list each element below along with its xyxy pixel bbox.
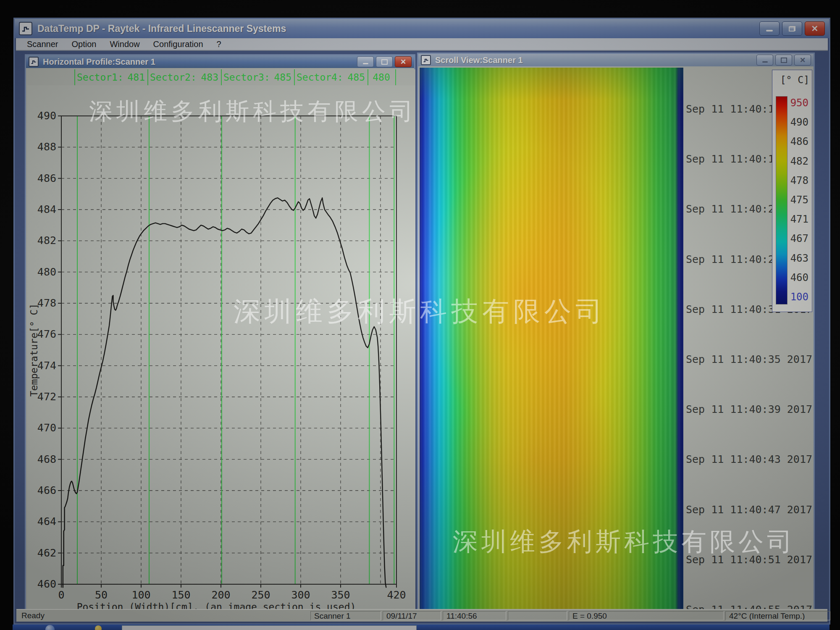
main-window: DataTemp DP - Raytek - Infrared Linescan… bbox=[13, 18, 830, 625]
scroll-titlebar[interactable]: Scroll View:Scanner 1 ✕ bbox=[418, 54, 814, 66]
sector-readout-4: Sector4:485 bbox=[297, 69, 365, 85]
status-emissivity: E = 0.950 bbox=[569, 611, 724, 620]
start-button-icon[interactable] bbox=[45, 625, 55, 630]
x-tick-label: 300 bbox=[291, 589, 310, 601]
menu-item-option[interactable]: Option bbox=[65, 39, 103, 49]
status-date: 09/11/17 bbox=[383, 611, 441, 620]
sector-separator bbox=[147, 69, 148, 85]
y-tick-label: 474 bbox=[37, 360, 56, 372]
sector-label: Sector2: bbox=[150, 72, 197, 83]
y-tick-label: 478 bbox=[37, 297, 56, 309]
profile-maximize-button[interactable] bbox=[376, 56, 393, 67]
x-tick-label: 350 bbox=[331, 589, 350, 601]
minimize-button[interactable] bbox=[759, 21, 780, 36]
sector-separator bbox=[395, 69, 396, 85]
maximize-icon bbox=[781, 58, 787, 63]
colorbar-tick-label: 950 bbox=[790, 97, 808, 109]
y-tick-label: 480 bbox=[37, 266, 56, 278]
sector-value: 485 bbox=[347, 72, 365, 83]
minimize-icon bbox=[363, 63, 368, 64]
sector-label: Sector1: bbox=[77, 72, 123, 83]
y-tick-label: 470 bbox=[37, 422, 56, 434]
minimize-icon bbox=[762, 61, 768, 63]
scan-timestamp: Sep 11 11:40:51 2017 bbox=[686, 554, 812, 566]
x-tick-label: 420 bbox=[387, 589, 406, 601]
x-tick-label: 250 bbox=[251, 589, 270, 601]
y-tick-label: 464 bbox=[37, 515, 56, 528]
sector-separator bbox=[221, 69, 222, 85]
profile-minimize-button[interactable] bbox=[357, 56, 374, 67]
colorbar-tick-label: 475 bbox=[790, 194, 808, 206]
scroll-view-window: Scroll View:Scanner 1 ✕ Sep 11 11:40:15 … bbox=[417, 52, 815, 611]
scroll-maximize-button[interactable] bbox=[775, 55, 792, 66]
sector-readout-3: Sector3:485 bbox=[223, 69, 291, 85]
scan-timestamp: Sep 11 11:40:35 2017 bbox=[686, 353, 812, 365]
y-tick-label: 490 bbox=[37, 110, 56, 122]
sector-readout-2: Sector2:483 bbox=[150, 69, 218, 85]
colorbar-tick-label: 490 bbox=[790, 116, 808, 128]
status-internal-temp: 42°C (Internal Temp.) bbox=[725, 611, 830, 620]
y-tick-label: 488 bbox=[37, 141, 56, 153]
status-bar: ReadyScanner 109/11/1711:40:56E = 0.9504… bbox=[16, 609, 827, 622]
scroll-close-button[interactable]: ✕ bbox=[794, 55, 811, 66]
restore-button[interactable] bbox=[782, 21, 802, 36]
x-tick-label: 100 bbox=[131, 589, 150, 601]
taskbar[interactable] bbox=[13, 625, 830, 630]
colorbar-gradient bbox=[776, 96, 788, 304]
y-tick-label: 466 bbox=[37, 484, 56, 496]
scroll-window-icon bbox=[421, 55, 431, 65]
scroll-minimize-button[interactable] bbox=[756, 55, 773, 66]
sector-header: Sector1:481Sector2:483Sector3:485Sector4… bbox=[27, 69, 415, 86]
thermal-scan-image[interactable] bbox=[420, 68, 683, 611]
x-tick-label: 200 bbox=[211, 589, 230, 601]
menu-item-scanner[interactable]: Scanner bbox=[20, 39, 65, 49]
sector-separator bbox=[294, 69, 295, 85]
main-titlebar[interactable]: DataTemp DP - Raytek - Infrared Linescan… bbox=[15, 19, 829, 38]
menu-item-configuration[interactable]: Configuration bbox=[147, 39, 210, 49]
close-button[interactable]: ✕ bbox=[805, 21, 825, 36]
sector-separator bbox=[368, 69, 368, 85]
x-tick-label: 150 bbox=[171, 589, 190, 601]
menu-item-window[interactable]: Window bbox=[103, 39, 146, 49]
colorbar-tick-label: 482 bbox=[790, 155, 808, 167]
sector-value: 483 bbox=[201, 72, 218, 83]
profile-window-icon bbox=[29, 57, 39, 67]
sector-separator bbox=[74, 69, 75, 85]
colorbar-tick-label: 467 bbox=[790, 233, 808, 244]
y-tick-label: 468 bbox=[37, 453, 56, 465]
profile-chart[interactable]: 4904884864844824804784764744724704684664… bbox=[27, 85, 415, 611]
x-tick-label: 0 bbox=[58, 589, 64, 601]
y-tick-label: 484 bbox=[37, 203, 56, 215]
window-title: DataTemp DP - Raytek - Infrared Linescan… bbox=[37, 23, 286, 34]
sector-label: Sector4: bbox=[297, 72, 343, 83]
app-icon bbox=[19, 22, 32, 35]
taskbar-icon[interactable] bbox=[95, 625, 102, 630]
menu-item-[interactable]: ? bbox=[210, 39, 228, 49]
sector-value: 481 bbox=[127, 72, 145, 83]
scroll-window-title: Scroll View:Scanner 1 bbox=[435, 55, 523, 65]
close-icon: ✕ bbox=[400, 58, 406, 66]
sector-label: Sector3: bbox=[223, 72, 270, 83]
status-ready: Ready bbox=[18, 611, 309, 620]
status-time: 11:40:56 bbox=[443, 611, 506, 620]
x-tick-label: 50 bbox=[95, 589, 108, 601]
taskbar-window-button[interactable] bbox=[122, 625, 417, 630]
colorbar-unit-label: [° C] bbox=[780, 74, 809, 85]
status-empty bbox=[508, 611, 567, 620]
colorbar-tick-label: 100 bbox=[790, 291, 808, 303]
scan-timestamp: Sep 11 11:40:43 2017 bbox=[686, 453, 812, 465]
colorbar-tick-label: 471 bbox=[790, 213, 808, 225]
sector-extra-value: 480 bbox=[370, 69, 393, 85]
close-icon: ✕ bbox=[800, 57, 806, 64]
y-tick-label: 472 bbox=[37, 391, 56, 403]
profile-titlebar[interactable]: Horizontal Profile:Scanner 1 ✕ bbox=[26, 55, 414, 68]
maximize-icon bbox=[381, 59, 388, 65]
scan-timestamp: Sep 11 11:40:39 2017 bbox=[686, 403, 812, 415]
menu-bar: ScannerOptionWindowConfiguration? bbox=[16, 38, 828, 51]
status-scanner: Scanner 1 bbox=[310, 611, 381, 620]
y-tick-label: 486 bbox=[37, 172, 56, 184]
profile-close-button[interactable]: ✕ bbox=[395, 56, 412, 67]
colorbar-panel: [° C] 950490486482478475471467463460100 bbox=[772, 70, 812, 312]
minimize-icon bbox=[766, 30, 773, 32]
profile-window-title: Horizontal Profile:Scanner 1 bbox=[43, 57, 155, 67]
